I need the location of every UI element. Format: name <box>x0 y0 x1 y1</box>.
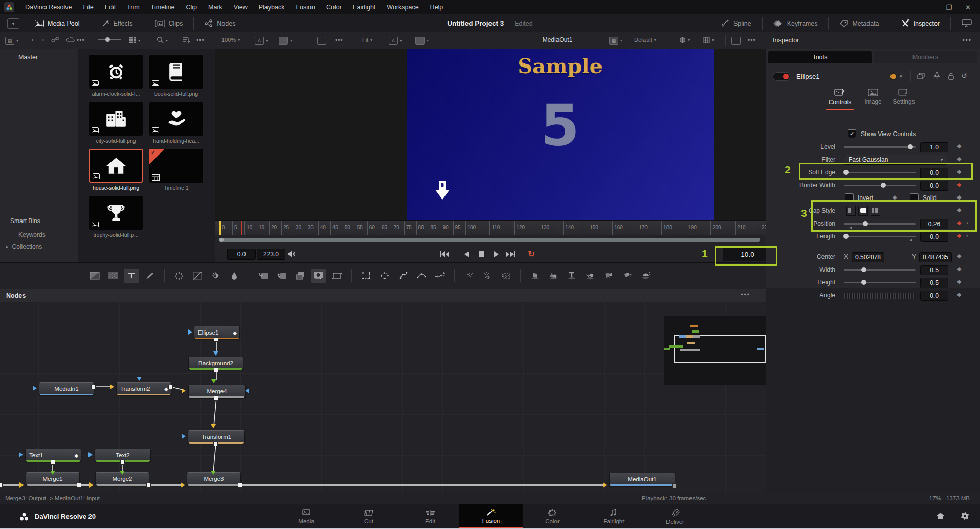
fg-input-socket[interactable] <box>181 482 185 488</box>
angle-thumbwheel[interactable] <box>844 293 916 299</box>
output-socket[interactable] <box>238 483 242 488</box>
media-item-book[interactable]: book-solid-full.png <box>149 55 203 97</box>
node-lock-icon[interactable] <box>948 72 954 80</box>
show-view-controls-checkbox[interactable]: ✓ <box>848 129 856 138</box>
output-socket[interactable] <box>91 385 96 389</box>
center-y-field[interactable]: 0.487435 <box>919 252 952 262</box>
more-options-icon[interactable]: ••• <box>77 37 85 44</box>
height-value-field[interactable]: 0.5 <box>920 278 948 288</box>
nodes-button[interactable]: Nodes <box>198 14 242 32</box>
sort-icon[interactable] <box>183 36 190 43</box>
viewer-grid-dropdown[interactable]: ▾ <box>703 37 714 43</box>
fg-input-socket[interactable] <box>89 482 93 488</box>
grid-view-chevron-icon[interactable]: ▾ <box>138 38 140 43</box>
output-socket[interactable] <box>214 337 218 342</box>
tool-polygon-mask-button[interactable] <box>395 269 411 283</box>
tab-tools[interactable]: Tools <box>768 51 872 63</box>
viewer-zoom-dropdown[interactable]: 100%▾ <box>221 37 240 43</box>
node-color-chevron-icon[interactable]: ▾ <box>900 74 902 79</box>
page-fusion[interactable]: Fusion <box>459 504 523 528</box>
width-keyframe-button[interactable]: ◆ <box>957 266 961 272</box>
tool-camera-3d-button[interactable] <box>601 269 616 283</box>
length-slider[interactable] <box>844 236 916 237</box>
node-graph-minimap[interactable] <box>664 316 766 385</box>
viewer-panel[interactable]: Sample 5 0510152025303540455055606570758… <box>215 49 766 262</box>
window-close-button[interactable]: ✕ <box>965 4 971 11</box>
tool-light-3d-button[interactable] <box>619 269 635 283</box>
tool-background-button[interactable] <box>87 269 102 283</box>
tool-particle-modifier-button[interactable] <box>480 269 495 283</box>
level-keyframe-button[interactable]: ◆ <box>957 143 961 149</box>
menu-timeline[interactable]: Timeline <box>145 0 181 14</box>
output-socket[interactable] <box>213 442 218 446</box>
tool-particle-emitter-button[interactable] <box>461 269 477 283</box>
angle-keyframe-button[interactable]: ◆ <box>957 291 961 298</box>
menu-fairlight[interactable]: Fairlight <box>347 0 381 14</box>
tool-paint-button[interactable] <box>142 269 158 283</box>
tool-wand-mask-button[interactable] <box>432 269 448 283</box>
node-pin-icon[interactable] <box>933 72 940 80</box>
viewer-left-more-icon[interactable]: ••• <box>335 37 343 44</box>
node-mediaout1[interactable]: MediaOut1 <box>609 473 675 486</box>
viewer-preset-dropdown[interactable]: Default▾ <box>634 37 656 43</box>
output-socket[interactable] <box>120 460 125 465</box>
tool-image-plane-3d-button[interactable] <box>527 269 543 283</box>
viewer-channel-a2-dropdown[interactable]: A▾ <box>389 37 402 45</box>
tool-delta-keyer-button[interactable] <box>311 269 326 283</box>
menu-help[interactable]: Help <box>425 0 449 14</box>
settings-gear-button[interactable] <box>961 512 969 520</box>
page-edit[interactable]: Edit <box>406 504 455 528</box>
bg-input-socket[interactable] <box>211 379 216 383</box>
border-width-keyframe-button[interactable]: ◆ <box>957 181 961 188</box>
subtab-settings[interactable]: Settings <box>887 89 920 105</box>
media-item-city[interactable]: city-solid-full.png <box>89 102 143 144</box>
menu-davinci-resolve[interactable]: DaVinci Resolve <box>19 0 77 14</box>
smart-bin-keywords[interactable]: Keywords <box>18 231 46 238</box>
playhead[interactable] <box>241 221 242 236</box>
node-enable-toggle[interactable] <box>773 72 790 81</box>
viewer-3d-dropdown[interactable]: ▾ <box>679 37 690 43</box>
output-socket[interactable] <box>0 483 3 488</box>
menu-color[interactable]: Color <box>321 0 347 14</box>
tool-transform-button[interactable] <box>329 269 345 283</box>
fg-input-socket[interactable] <box>19 482 24 488</box>
node-versions-icon[interactable] <box>917 73 925 79</box>
border-width-slider-handle[interactable] <box>881 183 886 188</box>
step-back-button[interactable] <box>461 250 472 258</box>
page-media[interactable]: Media <box>282 504 331 528</box>
page-deliver[interactable]: Deliver <box>651 504 700 528</box>
play-button[interactable] <box>491 250 502 258</box>
bg-input-socket[interactable] <box>120 471 125 475</box>
mask-input-socket[interactable] <box>182 434 186 439</box>
search-chevron-icon[interactable]: ▾ <box>166 38 168 43</box>
interface-toggle-button[interactable]: ▾ <box>7 18 19 29</box>
border-width-slider[interactable] <box>844 185 916 186</box>
fg-input-socket[interactable] <box>110 384 114 389</box>
mask-input-socket[interactable] <box>245 388 249 393</box>
audio-mute-button[interactable] <box>287 250 296 258</box>
go-to-end-button[interactable] <box>505 250 516 258</box>
mask-input-socket[interactable] <box>19 452 23 457</box>
height-keyframe-button[interactable]: ◆ <box>957 278 961 285</box>
media-item-timeline-1[interactable]: ✓ Timeline 1 <box>149 149 203 191</box>
tool-color-corrector-button[interactable] <box>171 269 187 283</box>
menu-fusion[interactable]: Fusion <box>290 0 321 14</box>
inspector-button[interactable]: Inspector <box>895 14 946 32</box>
metadata-button[interactable]: Metadata <box>833 14 885 32</box>
viewer-frame[interactable]: Sample 5 <box>407 49 714 220</box>
tool-text-3d-button[interactable] <box>564 269 580 283</box>
border-width-value-field[interactable]: 0.0 <box>920 181 948 191</box>
smart-bin-collections[interactable]: ▸ Collections <box>6 243 42 250</box>
media-item-hand-holding-heart[interactable]: hand-holding-hea... <box>149 102 203 144</box>
tool-matte-control-button[interactable] <box>293 269 308 283</box>
width-value-field[interactable]: 0.5 <box>920 265 948 275</box>
output-socket[interactable] <box>214 368 218 372</box>
viewer-right-more-icon[interactable]: ••• <box>748 37 756 44</box>
bin-back-button[interactable]: ‹ <box>32 36 34 43</box>
node-reset-icon[interactable]: ↺ <box>961 72 967 80</box>
subtab-controls[interactable]: Controls <box>823 89 856 110</box>
tool-merge-3d-button[interactable] <box>583 269 598 283</box>
page-cut[interactable]: Cut <box>344 504 393 528</box>
width-slider-handle[interactable] <box>861 267 866 272</box>
viewer-split-wipe-button[interactable] <box>317 37 326 45</box>
